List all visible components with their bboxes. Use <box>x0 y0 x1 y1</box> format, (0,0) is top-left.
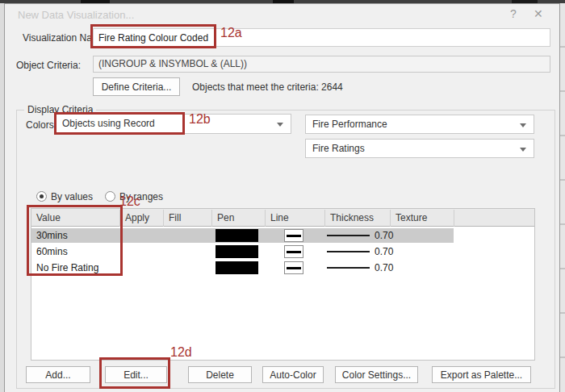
chevron-down-icon <box>520 148 526 152</box>
colors-dropdown[interactable]: Objects using Record <box>55 114 291 134</box>
colors-dropdown-value: Objects using Record <box>62 118 155 129</box>
field-dropdown[interactable]: Fire Ratings <box>305 139 534 158</box>
auto-color-button[interactable]: Auto-Color <box>262 366 324 383</box>
pen-color-swatch[interactable] <box>216 261 258 274</box>
thickness-line <box>327 235 370 236</box>
chevron-down-icon <box>520 123 526 127</box>
dialog-title: New Data Visualization... <box>18 9 134 21</box>
by-values-radio[interactable] <box>36 191 47 202</box>
delete-button[interactable]: Delete <box>188 366 252 383</box>
object-criteria-label: Object Criteria: <box>16 60 81 71</box>
help-icon[interactable]: ? <box>510 7 517 20</box>
by-ranges-label[interactable]: By ranges <box>119 191 163 202</box>
col-header-apply[interactable]: Apply <box>119 210 163 227</box>
thickness-value: 0.70 <box>375 262 393 273</box>
record-dropdown-value: Fire Performance <box>312 119 387 130</box>
line-style-swatch[interactable] <box>284 245 303 258</box>
field-dropdown-value: Fire Ratings <box>312 143 365 154</box>
visualization-name-input[interactable] <box>93 28 550 47</box>
line-style-swatch[interactable] <box>284 229 303 242</box>
edit-button[interactable]: Edit... <box>105 366 167 383</box>
define-criteria-button[interactable]: Define Criteria... <box>93 77 180 96</box>
screenshot-root: New Data Visualization... ? ✕ Visualizat… <box>0 0 565 392</box>
pen-color-swatch[interactable] <box>216 245 258 258</box>
col-header-value[interactable]: Value <box>31 210 119 227</box>
export-palette-button[interactable]: Export as Palette... <box>432 366 531 383</box>
color-settings-button[interactable]: Color Settings... <box>335 366 418 383</box>
colors-label: Colors: <box>26 119 56 131</box>
object-criteria-field: (INGROUP & INSYMBOL & (ALL)) <box>93 56 550 73</box>
row-value: No Fire Rating <box>36 262 98 273</box>
record-dropdown[interactable]: Fire Performance <box>305 115 534 134</box>
col-header-pen[interactable]: Pen <box>211 210 265 227</box>
row-value: 60mins <box>36 246 68 257</box>
thickness-line <box>327 267 370 269</box>
col-header-blank <box>454 210 534 227</box>
col-header-thickness[interactable]: Thickness <box>324 210 390 227</box>
thickness-line <box>327 251 370 252</box>
close-icon[interactable]: ✕ <box>534 7 543 20</box>
thickness-value: 0.70 <box>375 246 393 257</box>
background-window-edge <box>560 3 565 392</box>
line-style-swatch[interactable] <box>284 261 303 274</box>
by-values-label[interactable]: By values <box>51 191 93 202</box>
col-header-texture[interactable]: Texture <box>390 210 454 227</box>
col-header-line[interactable]: Line <box>265 210 324 227</box>
criteria-count-text: Objects that meet the criteria: 2644 <box>192 81 343 93</box>
row-value: 30mins <box>36 230 68 241</box>
add-button[interactable]: Add... <box>26 366 90 383</box>
thickness-value: 0.70 <box>375 230 393 241</box>
chevron-down-icon <box>277 123 283 127</box>
pen-color-swatch[interactable] <box>216 229 258 242</box>
col-header-fill[interactable]: Fill <box>163 210 211 227</box>
by-ranges-radio[interactable] <box>105 191 115 202</box>
